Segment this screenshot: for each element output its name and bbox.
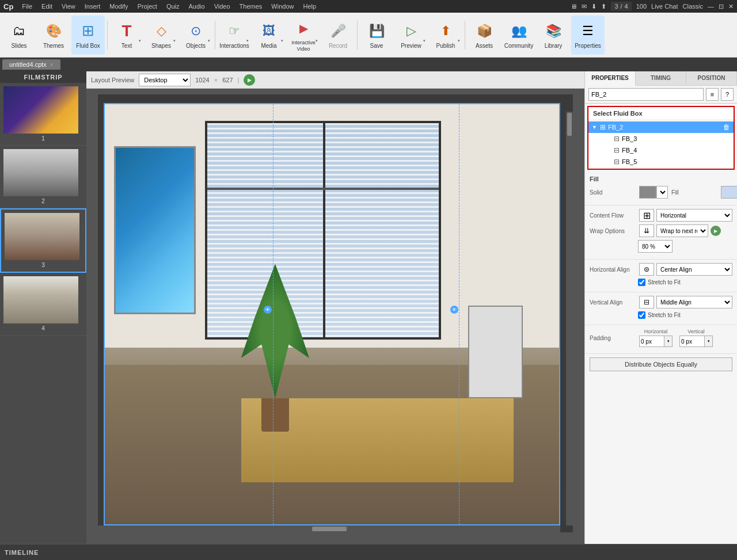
interactive-video-label: Interactive Video bbox=[288, 40, 319, 52]
layout-dropdown[interactable]: Desktop bbox=[139, 74, 191, 86]
window-frame-horizontal bbox=[207, 188, 439, 190]
stretch-to-fit-h-checkbox[interactable] bbox=[638, 279, 645, 286]
slide-canvas[interactable]: FB_2 bbox=[104, 103, 560, 525]
horizontal-align-dropdown[interactable]: Center Align bbox=[656, 263, 732, 276]
maximize-btn[interactable]: ⊡ bbox=[719, 3, 724, 10]
h-align-icon: ⊜ bbox=[639, 263, 654, 276]
fill-type-dropdown[interactable]: ▾ bbox=[656, 186, 668, 199]
menu-themes[interactable]: Themes bbox=[235, 2, 267, 11]
fill-color-swatch[interactable] bbox=[639, 186, 656, 199]
wrap-options-dropdown[interactable]: Wrap to next row bbox=[656, 224, 708, 237]
menu-file[interactable]: File bbox=[18, 2, 36, 11]
text-icon: T bbox=[116, 21, 137, 41]
text-arrow-icon: ▾ bbox=[139, 39, 141, 43]
minimize-btn[interactable]: — bbox=[708, 3, 714, 10]
toolbar: 🗂 Slides 🎨 Themes ⊞ Fluid Box T Text ▾ ◇… bbox=[0, 13, 737, 58]
padding-horizontal-input[interactable] bbox=[639, 336, 664, 347]
menu-window[interactable]: Window bbox=[267, 2, 298, 11]
eye-icon-right[interactable]: 👁 bbox=[450, 306, 458, 314]
library-icon: 📚 bbox=[543, 21, 564, 41]
fluid-box-icon: ⊞ bbox=[78, 21, 98, 41]
padding-h-arrow[interactable]: ▾ bbox=[664, 336, 673, 347]
fluid-box-section: Select Fluid Box ▼ ⊞ FB_2 🗑 ⊟ FB_3 bbox=[587, 106, 735, 170]
toolbar-themes[interactable]: 🎨 Themes bbox=[37, 16, 70, 55]
filmstrip-slide-2[interactable]: 2 bbox=[0, 146, 86, 208]
fluid-box-search-input[interactable] bbox=[588, 88, 704, 101]
tab-close-btn[interactable]: × bbox=[50, 62, 54, 68]
padding-v-arrow[interactable]: ▾ bbox=[705, 336, 713, 347]
select-fluid-box-header: Select Fluid Box bbox=[588, 107, 734, 120]
classic-dropdown[interactable]: Classic bbox=[683, 3, 703, 10]
wrap-play-btn[interactable]: ▶ bbox=[711, 226, 721, 236]
slide-current: 3 bbox=[614, 3, 618, 10]
fill-section: Fill Solid ▾ Fill ▾ Opacity bbox=[585, 172, 737, 205]
menu-quiz[interactable]: Quiz bbox=[162, 2, 184, 11]
menubar: Cp File Edit View Insert Modify Project … bbox=[0, 0, 737, 13]
distribute-objects-equally-button[interactable]: Distribute Objects Equally bbox=[590, 357, 732, 371]
help-icon-btn[interactable]: ? bbox=[721, 88, 734, 101]
content-flow-dropdown[interactable]: Horizontal bbox=[656, 209, 732, 222]
fill-color-swatch2[interactable] bbox=[721, 186, 737, 199]
list-icon-btn[interactable]: ≡ bbox=[706, 88, 719, 101]
toolbar-record[interactable]: 🎤 Record bbox=[321, 16, 355, 55]
filmstrip-slide-1[interactable]: 1 bbox=[0, 83, 86, 146]
tab-timing[interactable]: TIMING bbox=[636, 71, 686, 85]
toolbar-properties[interactable]: ☰ Properties bbox=[571, 16, 605, 55]
wrap-percent-dropdown[interactable]: 80 % bbox=[638, 240, 673, 253]
toolbar-save[interactable]: 💾 Save bbox=[360, 16, 393, 55]
community-icon: 👥 bbox=[508, 21, 529, 41]
vertical-scrollbar[interactable] bbox=[566, 112, 573, 525]
filmstrip-slide-3[interactable]: 3 bbox=[0, 208, 86, 273]
toolbar-publish[interactable]: ⬆ Publish ▾ bbox=[429, 16, 462, 55]
filmstrip-slide-4[interactable]: 4 bbox=[0, 273, 86, 336]
canvas-toolbar: Layout Preview Desktop 1024 × 627 | ▶ bbox=[86, 71, 584, 89]
interactive-video-arrow-icon: ▾ bbox=[316, 39, 318, 43]
plant-pot bbox=[261, 398, 288, 432]
vertical-align-dropdown[interactable]: Middle Align bbox=[656, 296, 732, 308]
close-btn[interactable]: ✕ bbox=[728, 3, 734, 10]
toolbar-community[interactable]: 👥 Community bbox=[502, 16, 535, 55]
padding-h-input-row: ▾ bbox=[639, 336, 673, 347]
padding-vertical-input[interactable] bbox=[679, 336, 705, 347]
fluid-tree-item-fb3[interactable]: ⊟ FB_3 bbox=[602, 133, 734, 144]
toolbar-shapes[interactable]: ◇ Shapes ▾ bbox=[145, 16, 178, 55]
toolbar-objects[interactable]: ⊙ Objects ▾ bbox=[179, 16, 212, 55]
toolbar-text[interactable]: T Text ▾ bbox=[110, 16, 143, 55]
toolbar-interactive-video[interactable]: ▶ Interactive Video ▾ bbox=[287, 16, 320, 55]
plant-leaves bbox=[241, 264, 309, 398]
objects-label: Objects bbox=[186, 43, 206, 49]
content-flow-section: Content Flow ⊞ Horizontal Wrap Options ⇊… bbox=[585, 205, 737, 260]
fluid-tree-item-fb5[interactable]: ⊟ FB_5 bbox=[602, 156, 734, 167]
toolbar-slides[interactable]: 🗂 Slides bbox=[2, 16, 36, 55]
tab-position[interactable]: POSITION bbox=[686, 71, 737, 85]
document-tabs: untitled4.cptx × bbox=[0, 58, 737, 71]
stretch-to-fit-v-checkbox[interactable] bbox=[638, 311, 645, 319]
canvas-area: Layout Preview Desktop 1024 × 627 | ▶ FB… bbox=[86, 71, 584, 544]
toolbar-fluid-box[interactable]: ⊞ Fluid Box bbox=[71, 16, 105, 55]
horizontal-scrollbar[interactable] bbox=[98, 525, 560, 532]
shapes-arrow-icon: ▾ bbox=[173, 39, 176, 43]
menu-project[interactable]: Project bbox=[134, 2, 161, 11]
fluid-tree-item-fb4[interactable]: ⊟ FB_4 bbox=[602, 144, 734, 156]
tab-document[interactable]: untitled4.cptx × bbox=[2, 59, 60, 70]
delete-icon-fb2[interactable]: 🗑 bbox=[723, 123, 730, 131]
text-label: Text bbox=[121, 43, 132, 49]
toolbar-interactions[interactable]: ☞ Interactions ▾ bbox=[218, 16, 251, 55]
tab-properties[interactable]: PROPERTIES bbox=[585, 71, 636, 86]
menu-edit[interactable]: Edit bbox=[37, 2, 56, 11]
fill-label: Fill bbox=[671, 189, 717, 196]
toolbar-library[interactable]: 📚 Library bbox=[537, 16, 570, 55]
menu-insert[interactable]: Insert bbox=[81, 2, 105, 11]
themes-label: Themes bbox=[43, 43, 64, 49]
menu-audio[interactable]: Audio bbox=[185, 2, 209, 11]
office-scene: 👁 👁 bbox=[105, 104, 559, 524]
menu-video[interactable]: Video bbox=[210, 2, 234, 11]
menu-view[interactable]: View bbox=[58, 2, 79, 11]
menu-help[interactable]: Help bbox=[299, 2, 320, 11]
menu-modify[interactable]: Modify bbox=[105, 2, 132, 11]
fluid-tree-item-fb2[interactable]: ▼ ⊞ FB_2 🗑 bbox=[588, 121, 734, 133]
toolbar-media[interactable]: 🖼 Media ▾ bbox=[252, 16, 286, 55]
toolbar-preview[interactable]: ▷ Preview ▾ bbox=[394, 16, 428, 55]
toolbar-assets[interactable]: 📦 Assets bbox=[468, 16, 501, 55]
canvas-play-button[interactable]: ▶ bbox=[244, 74, 255, 86]
